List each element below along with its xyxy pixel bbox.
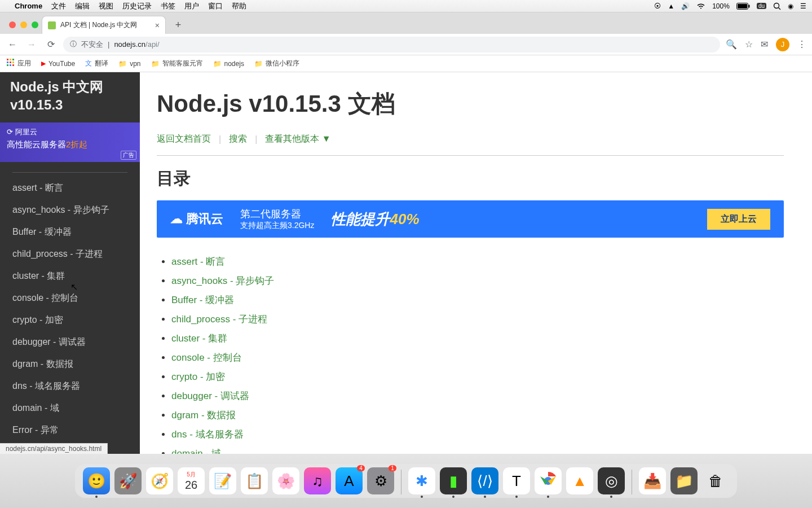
toc-link-console[interactable]: console - 控制台 bbox=[171, 352, 242, 363]
obs-icon[interactable]: ⦿ bbox=[654, 2, 661, 10]
spotlight-icon[interactable] bbox=[773, 2, 781, 10]
banner-cta-button[interactable]: 立即上云 bbox=[707, 209, 770, 230]
menu-view[interactable]: 视图 bbox=[99, 1, 113, 11]
sidebar-item-domain[interactable]: domain - 域 bbox=[0, 397, 140, 419]
svg-rect-13 bbox=[12, 64, 14, 66]
back-button[interactable]: ← bbox=[6, 38, 19, 51]
menubar-app-name[interactable]: Chrome bbox=[15, 2, 42, 10]
toc-link-debugger[interactable]: debugger - 调试器 bbox=[171, 391, 249, 401]
minimize-window-button[interactable] bbox=[20, 21, 27, 28]
menu-window[interactable]: 窗口 bbox=[208, 1, 223, 11]
sidebar-divider bbox=[12, 172, 127, 173]
bookmark-folder-nodejs[interactable]: 📁nodejs bbox=[213, 60, 244, 68]
bookmark-youtube[interactable]: ▶YouTube bbox=[41, 60, 75, 68]
sidebar-item-assert[interactable]: assert - 断言 bbox=[0, 177, 140, 199]
dock-zoom[interactable]: ✱ bbox=[408, 467, 435, 494]
chrome-menu-icon[interactable]: ⋮ bbox=[797, 39, 806, 50]
dock-calendar[interactable]: 5月 26 bbox=[178, 467, 205, 494]
dock-launchpad[interactable]: 🚀 bbox=[114, 467, 142, 494]
link-search[interactable]: 搜索 bbox=[229, 133, 247, 145]
dock-trash[interactable]: 🗑 bbox=[702, 467, 729, 494]
notification-center-icon[interactable]: ☰ bbox=[800, 2, 806, 10]
reload-button[interactable]: ⟳ bbox=[44, 38, 58, 51]
menu-bookmarks[interactable]: 书签 bbox=[161, 1, 175, 11]
toc-link-dns[interactable]: dns - 域名服务器 bbox=[171, 429, 244, 440]
dock-folder[interactable]: 📁 bbox=[670, 467, 698, 494]
extension-icon[interactable]: ✉ bbox=[761, 39, 768, 50]
bookmark-translate[interactable]: 文翻译 bbox=[85, 59, 108, 68]
new-tab-button[interactable]: + bbox=[170, 17, 186, 33]
profile-avatar[interactable]: J bbox=[776, 38, 789, 51]
bookmark-folder-wx[interactable]: 📁微信小程序 bbox=[254, 59, 299, 68]
sidebar-item-dgram[interactable]: dgram - 数据报 bbox=[0, 353, 140, 375]
dock-finder[interactable]: 🙂 bbox=[83, 467, 110, 494]
sidebar-item-child-process[interactable]: child_process - 子进程 bbox=[0, 243, 140, 265]
browser-tab[interactable]: API 文档 | Node.js 中文网 × bbox=[42, 16, 166, 34]
menu-edit[interactable]: 编辑 bbox=[75, 1, 90, 11]
sidebar-item-debugger[interactable]: debugger - 调试器 bbox=[0, 331, 140, 353]
dock-vlc[interactable]: ▲ bbox=[566, 467, 593, 494]
toc-link-child-process[interactable]: child_process - 子进程 bbox=[171, 314, 267, 325]
toc-link-async-hooks[interactable]: async_hooks - 异步钩子 bbox=[171, 275, 274, 286]
menu-file[interactable]: 文件 bbox=[51, 1, 66, 11]
dock-reminders[interactable]: 📋 bbox=[241, 467, 268, 494]
toc-link-assert[interactable]: assert - 断言 bbox=[171, 256, 225, 267]
list-item: debugger - 调试器 bbox=[171, 387, 784, 406]
sidebar-item-dns[interactable]: dns - 域名服务器 bbox=[0, 375, 140, 397]
dock-obs[interactable]: ◎ bbox=[598, 467, 625, 494]
cloud-icon: ☁ bbox=[170, 212, 183, 226]
dock-itunes[interactable]: ♫ bbox=[304, 467, 331, 494]
list-item: console - 控制台 bbox=[171, 348, 784, 367]
menu-user[interactable]: 用户 bbox=[184, 1, 199, 11]
ad-tag: 广告 bbox=[121, 151, 136, 160]
dock-terminal[interactable]: ▮ bbox=[440, 467, 467, 494]
tray-icon[interactable]: ▲ bbox=[668, 2, 674, 10]
du-icon[interactable]: du bbox=[757, 3, 766, 9]
link-home[interactable]: 返回文档首页 bbox=[157, 133, 211, 145]
toc-link-buffer[interactable]: Buffer - 缓冲器 bbox=[171, 295, 234, 305]
star-bookmark-icon[interactable]: ☆ bbox=[745, 39, 753, 50]
sidebar-item-buffer[interactable]: Buffer - 缓冲器 bbox=[0, 221, 140, 243]
dock-notes[interactable]: 📝 bbox=[209, 467, 236, 494]
menu-help[interactable]: 帮助 bbox=[232, 1, 246, 11]
toc-link-cluster[interactable]: cluster - 集群 bbox=[171, 333, 227, 344]
site-info-icon[interactable]: ⓘ bbox=[70, 40, 77, 49]
list-item: assert - 断言 bbox=[171, 252, 784, 271]
zoom-icon[interactable]: 🔍 bbox=[726, 39, 737, 50]
forward-button[interactable]: → bbox=[25, 38, 38, 51]
battery-percent[interactable]: 100% bbox=[712, 2, 730, 10]
svg-rect-2 bbox=[738, 4, 747, 8]
bookmark-folder-kf[interactable]: 📁智能客服元宵 bbox=[151, 59, 203, 68]
dock-downloads[interactable]: 📥 bbox=[639, 467, 666, 494]
sidebar-item-cluster[interactable]: cluster - 集群 bbox=[0, 265, 140, 287]
sidebar-item-error[interactable]: Error - 异常 bbox=[0, 419, 140, 441]
menu-history[interactable]: 历史记录 bbox=[122, 1, 152, 11]
siri-icon[interactable]: ◉ bbox=[788, 2, 793, 10]
wifi-icon[interactable] bbox=[696, 3, 705, 10]
sidebar-ad[interactable]: ⟳ 阿里云 高性能云服务器2折起 广告 bbox=[0, 122, 140, 162]
link-versions[interactable]: 查看其他版本 ▼ bbox=[265, 133, 330, 145]
tab-close-icon[interactable]: × bbox=[155, 21, 160, 30]
dock-photos[interactable]: 🌸 bbox=[272, 467, 299, 494]
dock-vscode[interactable]: ⟨/⟩ bbox=[471, 467, 498, 494]
dock-settings[interactable]: ⚙1 bbox=[367, 467, 394, 494]
battery-icon[interactable] bbox=[736, 3, 750, 10]
dock-chrome[interactable] bbox=[535, 467, 562, 494]
list-item: Buffer - 缓冲器 bbox=[171, 291, 784, 310]
volume-icon[interactable]: 🔊 bbox=[681, 2, 690, 10]
close-window-button[interactable] bbox=[9, 21, 16, 28]
sidebar-item-crypto[interactable]: crypto - 加密 bbox=[0, 309, 140, 331]
bookmark-apps[interactable]: 应用 bbox=[7, 59, 31, 68]
toc-link-crypto[interactable]: crypto - 加密 bbox=[171, 371, 225, 382]
dock-appstore[interactable]: A4 bbox=[336, 467, 363, 494]
dock-safari[interactable]: 🧭 bbox=[146, 467, 173, 494]
sidebar-item-console[interactable]: console - 控制台 bbox=[0, 287, 140, 309]
bookmark-folder-vpn[interactable]: 📁vpn bbox=[118, 60, 140, 68]
banner-ad[interactable]: ☁腾讯云 第二代服务器 支持超高主频3.2GHz 性能提升40% 立即上云 bbox=[157, 200, 784, 238]
sidebar-item-async-hooks[interactable]: async_hooks - 异步钩子 bbox=[0, 199, 140, 221]
sidebar-header: Node.js 中文网v10.15.3 bbox=[0, 72, 140, 122]
maximize-window-button[interactable] bbox=[32, 21, 38, 28]
toc-link-dgram[interactable]: dgram - 数据报 bbox=[171, 410, 236, 421]
dock-textedit[interactable]: T bbox=[503, 467, 530, 494]
address-bar[interactable]: ⓘ 不安全 | nodejs.cn/api/ bbox=[63, 37, 720, 52]
